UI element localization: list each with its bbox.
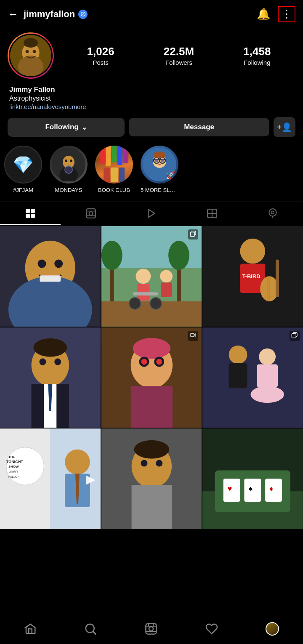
following-label: Following xyxy=(244,59,270,66)
story-circle-moreslee[interactable]: 🚀 xyxy=(141,146,178,184)
story-label-mondays: MONDAYS xyxy=(55,187,82,193)
svg-marker-30 xyxy=(148,209,154,218)
username-row: jimmyfallon xyxy=(24,9,88,20)
nav-heart[interactable] xyxy=(201,623,222,635)
followers-stat[interactable]: 22.5M Followers xyxy=(164,45,194,66)
svg-point-106 xyxy=(156,460,162,467)
grid-cell-5[interactable] xyxy=(101,327,202,428)
svg-point-47 xyxy=(101,241,122,270)
add-friend-button[interactable]: +👤 xyxy=(274,117,295,137)
diamond-icon: 💎 xyxy=(13,155,34,175)
tab-tagged[interactable] xyxy=(242,202,303,225)
photo-grid: T-BIRD xyxy=(0,226,303,529)
story-circle-jfjam[interactable]: 💎 xyxy=(4,146,42,184)
video-indicator-5 xyxy=(188,331,198,341)
grid-cell-8[interactable] xyxy=(101,428,202,529)
cell-1-image xyxy=(0,226,101,327)
reels-nav-icon xyxy=(145,623,157,635)
nav-search[interactable] xyxy=(80,623,101,635)
home-icon xyxy=(24,623,37,635)
svg-point-18 xyxy=(155,159,158,162)
svg-rect-88 xyxy=(292,333,296,338)
tab-video[interactable] xyxy=(121,202,182,225)
svg-rect-25 xyxy=(31,214,35,218)
svg-rect-84 xyxy=(229,363,247,388)
story-item-bookclub[interactable]: BOOK CLUB xyxy=(95,146,133,193)
svg-rect-22 xyxy=(26,209,30,213)
nav-home[interactable] xyxy=(20,623,41,635)
profile-section: 1,026 Posts 22.5M Followers 1,458 Follow… xyxy=(0,28,303,137)
svg-rect-112 xyxy=(265,479,282,502)
grid-cell-4[interactable] xyxy=(0,327,101,428)
tab-grid[interactable] xyxy=(0,202,61,225)
svg-rect-54 xyxy=(133,292,158,295)
bell-icon[interactable]: 🔔 xyxy=(257,8,270,21)
bottom-spacer xyxy=(0,529,303,571)
cell-3-image: T-BIRD xyxy=(202,226,303,327)
nav-profile[interactable] xyxy=(261,622,283,636)
more-menu-button[interactable]: ⋮ xyxy=(278,6,295,22)
svg-point-50 xyxy=(136,269,151,284)
play-icon xyxy=(146,208,157,219)
story-item-mondays[interactable]: MONDAYS xyxy=(50,146,88,193)
nav-reels[interactable] xyxy=(141,623,162,635)
following-stat[interactable]: 1,458 Following xyxy=(243,45,271,66)
svg-rect-76 xyxy=(130,386,172,428)
back-button[interactable]: ← xyxy=(8,8,19,21)
svg-rect-51 xyxy=(137,284,149,301)
svg-rect-56 xyxy=(161,282,172,297)
grid-cell-3[interactable]: T-BIRD xyxy=(202,226,303,327)
story-circle-bookclub[interactable] xyxy=(95,146,133,184)
svg-rect-111 xyxy=(245,479,261,502)
message-button[interactable]: Message xyxy=(129,118,269,136)
svg-point-104 xyxy=(134,440,169,459)
grid-cell-2[interactable] xyxy=(101,226,202,327)
avatar-ring[interactable] xyxy=(8,32,54,79)
grid-icon xyxy=(25,208,36,219)
cell-9-image: ♥ ♠ ♦ xyxy=(202,428,303,529)
svg-point-5 xyxy=(24,38,38,48)
svg-text:♠: ♠ xyxy=(249,485,253,493)
svg-point-81 xyxy=(156,359,162,365)
svg-text:♦: ♦ xyxy=(269,485,273,493)
collab-icon xyxy=(207,208,218,219)
svg-point-41 xyxy=(54,260,63,268)
svg-point-49 xyxy=(168,241,189,270)
tab-bar xyxy=(0,202,303,225)
grid-cell-1[interactable] xyxy=(0,226,101,327)
following-button[interactable]: Following ⌄ xyxy=(8,118,125,137)
tab-reels[interactable] xyxy=(61,202,121,225)
chevron-down-icon: ⌄ xyxy=(81,123,87,132)
svg-rect-82 xyxy=(202,327,303,428)
story-item-moreslee[interactable]: 🚀 5 MORE SLEE... xyxy=(141,146,178,193)
bottom-navigation xyxy=(0,616,303,644)
story-item-jfjam[interactable]: 💎 #JFJAM xyxy=(4,146,42,193)
story-circle-mondays[interactable] xyxy=(50,146,88,184)
svg-point-87 xyxy=(251,386,284,403)
tab-collab[interactable] xyxy=(182,202,242,225)
svg-point-53 xyxy=(150,298,162,309)
stats-row: 1,026 Posts 22.5M Followers 1,458 Follow… xyxy=(62,45,295,66)
svg-text:TONIGHT: TONIGHT xyxy=(6,460,24,464)
bio-link[interactable]: linktr.ee/nanalovesyoumore xyxy=(9,103,294,110)
nav-avatar xyxy=(266,622,279,636)
tagged-icon xyxy=(267,208,278,219)
svg-text:FALLON: FALLON xyxy=(8,476,20,479)
svg-point-77 xyxy=(133,338,170,359)
svg-rect-24 xyxy=(26,214,30,218)
story-label-jfjam: #JFJAM xyxy=(13,187,33,193)
svg-rect-103 xyxy=(131,485,171,529)
svg-text:♥: ♥ xyxy=(228,485,232,493)
svg-point-80 xyxy=(141,359,147,365)
grid-cell-9[interactable]: ♥ ♠ ♦ xyxy=(202,428,303,529)
story-label-bookclub: BOOK CLUB xyxy=(98,187,130,193)
posts-stat[interactable]: 1,026 Posts xyxy=(87,45,114,66)
grid-cell-6[interactable] xyxy=(202,327,303,428)
avatar xyxy=(9,34,53,77)
svg-point-9 xyxy=(65,160,67,162)
svg-point-85 xyxy=(259,348,276,365)
story-label-moreslee: 5 MORE SLEE... xyxy=(141,187,178,193)
svg-point-34 xyxy=(269,209,276,216)
svg-point-2 xyxy=(18,56,43,77)
grid-cell-7[interactable]: THE TONIGHT SHOW JIMMY FALLON ▶ xyxy=(0,428,101,529)
